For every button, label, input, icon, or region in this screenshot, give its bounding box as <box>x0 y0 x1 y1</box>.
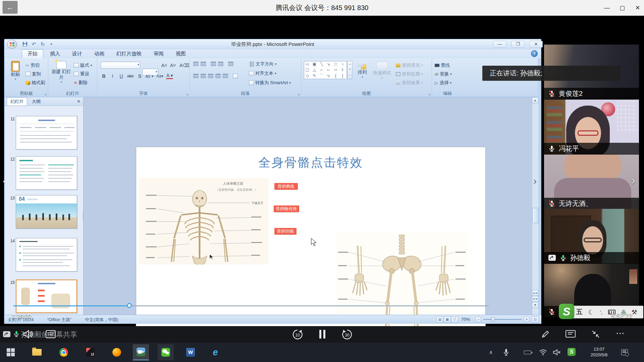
character-spacing-button[interactable]: A̲V̲ ▾ <box>145 72 154 79</box>
battery-icon[interactable] <box>524 351 531 354</box>
intellij-button[interactable]: IJ <box>83 344 99 360</box>
pause-button[interactable] <box>319 330 326 339</box>
shape-gallery[interactable]: ▭▣╲↘□○ ▢△⌐⌙⇨⇩ ◇✎⌒∿{} <box>304 61 347 79</box>
arrange-button[interactable]: 排列▾ <box>355 62 370 79</box>
minimize-panel-icon[interactable] <box>591 329 600 339</box>
slide-scrollbar[interactable]: ▲ ⏶⏶ ⏷⏷ ▼ <box>532 97 538 315</box>
rewind-10-icon[interactable]: 10 <box>292 329 303 340</box>
ppt-close-button[interactable]: ✕ <box>529 41 543 48</box>
tab-slides-thumbnails[interactable]: 幻灯片 <box>7 97 27 106</box>
tab-design[interactable]: 设计 <box>67 50 88 58</box>
shrink-font-button[interactable]: A˅ <box>170 62 176 68</box>
slide-button-bone-properties[interactable]: 骨的物化性 <box>274 205 299 212</box>
tab-review[interactable]: 审阅 <box>148 50 169 58</box>
qat-more-icon[interactable]: ▾ <box>48 41 55 48</box>
slideshow-view-icon[interactable]: ⛉ <box>451 316 458 322</box>
text-direction-button[interactable]: 文字方向▾ <box>249 61 277 67</box>
word-button[interactable]: W <box>182 344 199 360</box>
clipboard-dialog-launcher-icon[interactable]: ⇘ <box>44 93 47 96</box>
tray-sogou-icon[interactable]: S <box>568 348 576 356</box>
slide-sorter-view-icon[interactable]: ▦ <box>444 316 451 322</box>
tab-slideshow[interactable]: 幻灯片放映 <box>111 50 147 58</box>
columns-icon[interactable] <box>233 74 238 78</box>
tab-outline[interactable]: 大纲 <box>29 98 44 106</box>
tab-view[interactable]: 视图 <box>170 50 191 58</box>
ime-mode-wubi[interactable]: 五 <box>576 308 583 316</box>
clear-formatting-button[interactable]: A⌫ <box>179 62 190 68</box>
whiteboard-icon[interactable] <box>566 330 576 338</box>
action-center-button[interactable] <box>621 349 628 355</box>
cut-button[interactable]: ✂剪切 <box>25 62 40 68</box>
shape-fill-button[interactable]: 形状填充▾ <box>396 62 423 68</box>
maximize-button[interactable]: ▢ <box>617 4 627 12</box>
drawing-dialog-launcher-icon[interactable]: ⇘ <box>428 93 431 96</box>
participant-video[interactable]: 孙德毅 <box>544 209 639 263</box>
shape-gallery-scroll[interactable]: ▴▾⌄ <box>347 61 352 79</box>
line-spacing-icon[interactable] <box>228 62 233 66</box>
find-button[interactable]: 查找 <box>435 62 450 68</box>
align-center-icon[interactable] <box>201 74 206 78</box>
moon-icon[interactable]: ☾ <box>588 308 594 316</box>
copy-button[interactable]: 复制 <box>25 71 41 77</box>
select-button[interactable]: ▷选择▾ <box>435 80 451 86</box>
help-icon[interactable]: ? <box>531 50 538 57</box>
tab-home[interactable]: 开始 <box>22 49 43 58</box>
start-button[interactable] <box>3 344 19 360</box>
text-shadow-button[interactable]: S <box>137 72 143 79</box>
zoom-slider-handle[interactable] <box>491 317 495 322</box>
slide-thumbnail-11[interactable] <box>16 116 77 149</box>
align-text-button[interactable]: 对齐文本▾ <box>249 70 276 76</box>
ie-button[interactable]: e <box>207 344 223 360</box>
new-slide-button[interactable]: 新建 幻灯片▾ <box>51 61 72 84</box>
more-options-icon[interactable]: ⋯ <box>616 328 625 339</box>
tray-mic-icon[interactable] <box>502 348 510 357</box>
increase-indent-icon[interactable] <box>218 62 223 66</box>
pencil-icon[interactable] <box>541 329 550 339</box>
slide-thumbnail-14[interactable] <box>16 238 77 272</box>
paste-button[interactable]: 粘贴▾ <box>6 61 25 81</box>
zoom-out-icon[interactable]: − <box>475 316 481 322</box>
quick-styles-button[interactable]: 快速样式▾ <box>371 62 393 80</box>
font-color-button[interactable]: A ▾ <box>166 72 173 79</box>
next-slide-icon[interactable]: ⏷⏷ <box>532 296 538 302</box>
delete-slide-button[interactable]: ✕删除 <box>74 80 88 86</box>
tray-expand-icon[interactable]: ∧ <box>489 349 493 355</box>
ppt-minimize-button[interactable]: — <box>493 41 506 48</box>
firefox-button[interactable] <box>109 344 125 360</box>
ppt-restore-button[interactable]: ❐ <box>511 41 525 48</box>
decrease-indent-icon[interactable] <box>211 62 216 66</box>
grow-font-button[interactable]: A˄ <box>161 62 168 68</box>
tencent-meeting-button[interactable] <box>133 344 149 360</box>
normal-view-icon[interactable]: ▤ <box>436 316 443 322</box>
forward-30-icon[interactable]: 30 <box>341 329 353 340</box>
sogou-ime-icon[interactable]: S <box>559 304 574 319</box>
captions-icon[interactable] <box>46 330 56 338</box>
redo-icon[interactable]: ↻ <box>39 41 46 48</box>
shape-outline-button[interactable]: 形状轮廓▾ <box>396 71 423 77</box>
strikethrough-button[interactable]: abe <box>127 72 134 79</box>
office-button[interactable] <box>7 40 17 49</box>
fit-to-window-icon[interactable]: ⊡ <box>532 316 539 322</box>
participant-video[interactable]: 冯花平 <box>544 100 639 154</box>
scroll-down-icon[interactable]: ▼ <box>532 302 538 308</box>
align-left-icon[interactable] <box>193 74 199 78</box>
replace-button[interactable]: ab替换▾ <box>435 71 452 77</box>
slide-thumbnail-15-selected[interactable] <box>16 280 77 313</box>
slide-button-bone-function[interactable]: 骨的功能 <box>274 228 297 235</box>
align-right-icon[interactable] <box>208 74 213 78</box>
layout-button[interactable]: 版式▾ <box>74 62 92 68</box>
slide-thumbnail-13[interactable]: 04 Part Four <box>16 195 77 229</box>
font-name-select[interactable] <box>101 62 140 69</box>
tab-insert[interactable]: 插入 <box>45 50 65 58</box>
font-dialog-launcher-icon[interactable]: ⇘ <box>186 93 189 96</box>
previous-slide-icon[interactable]: ⏶⏶ <box>532 290 538 296</box>
chevron-left-icon[interactable]: ‹ <box>3 174 6 187</box>
change-case-button[interactable]: Aa▾ <box>156 72 164 79</box>
progress-knob[interactable] <box>127 303 132 308</box>
close-button[interactable]: ✕ <box>633 4 643 12</box>
bullets-icon[interactable] <box>193 62 199 66</box>
italic-button[interactable]: I <box>109 72 116 79</box>
distribute-icon[interactable] <box>223 74 228 78</box>
wechat-button[interactable] <box>158 344 174 360</box>
reset-button[interactable]: 重设 <box>74 71 89 77</box>
